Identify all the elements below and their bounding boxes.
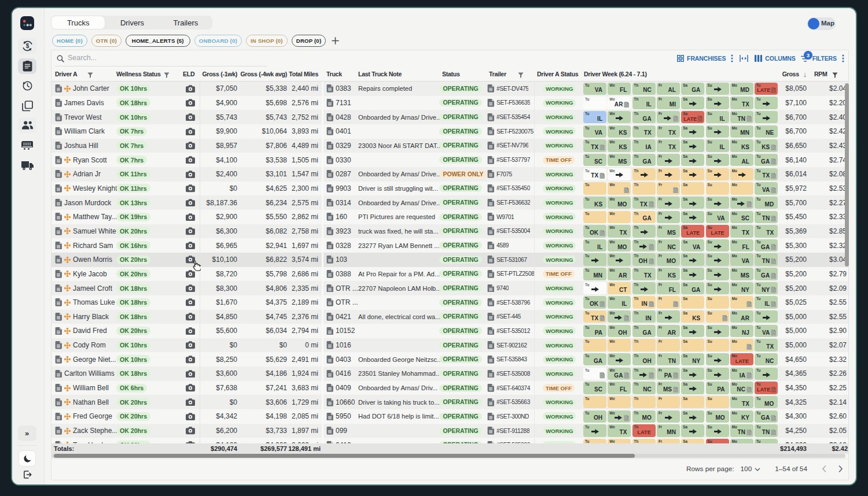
svg-text:$: $ <box>25 43 29 49</box>
